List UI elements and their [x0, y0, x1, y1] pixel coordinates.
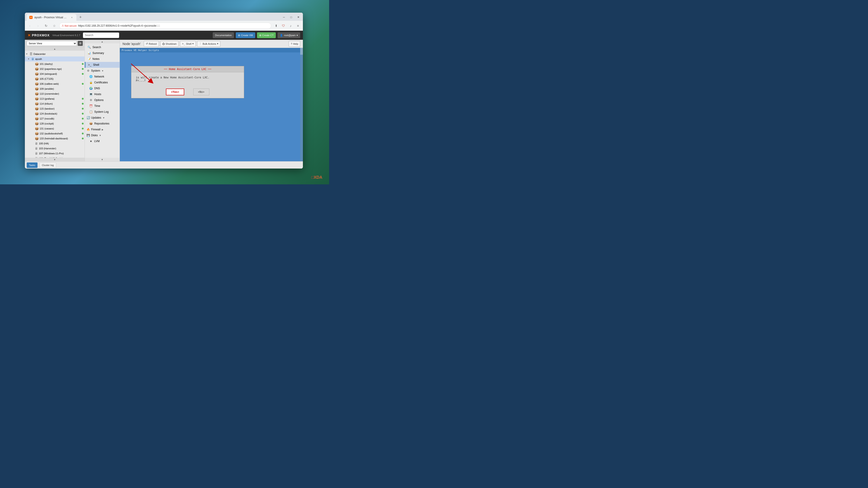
- middle-item-updates-label: Updates: [91, 116, 101, 119]
- bulk-actions-button[interactable]: ⋮ Bulk Actions ▾: [197, 41, 220, 47]
- tree-vm-132[interactable]: 📦 132 (audiobookshelf): [25, 131, 85, 136]
- repositories-icon: 📦: [89, 122, 92, 125]
- bulk-actions-arrow: ▾: [217, 42, 218, 45]
- middle-item-time-label: Time: [94, 104, 100, 107]
- shell-button[interactable]: >_ Shell ▾: [180, 41, 196, 47]
- maximize-button[interactable]: □: [288, 14, 294, 20]
- tree-datacenter[interactable]: ▼ 🗄 Datacenter: [25, 52, 85, 57]
- middle-item-notes[interactable]: 📝 Notes: [85, 56, 120, 62]
- menu-icon[interactable]: ≡: [295, 23, 301, 29]
- dialog-title: ── Home Assistant-Core LXC ──: [131, 66, 244, 72]
- middle-item-lvm[interactable]: ■ LVM: [85, 138, 120, 144]
- middle-item-repositories[interactable]: 📦 Repositories: [85, 121, 120, 127]
- tree-vm-103[interactable]: 🖥 103 (Harvester): [25, 146, 85, 151]
- pve-version: Virtual Environment 8.2.7: [53, 34, 80, 37]
- tree-vm-104[interactable]: 📦 104 (wireguard): [25, 71, 85, 76]
- tree-vm-106[interactable]: 📦 106 (calibre-web): [25, 81, 85, 86]
- shutdown-icon: ⏻: [162, 42, 165, 45]
- share-icon[interactable]: ⬆: [273, 23, 279, 29]
- close-button[interactable]: ✕: [296, 14, 301, 20]
- shutdown-button[interactable]: ⏻ Shutdown: [160, 41, 179, 47]
- xda-watermark: □XDA: [311, 175, 322, 180]
- toolbar-right: ⬆ 🛡 ♪ ≡: [273, 23, 301, 29]
- tree-vm-101[interactable]: 📦 101 (dashy): [25, 61, 85, 66]
- tree-vm-107[interactable]: 🖥 107 (Windows-11-Pro): [25, 151, 85, 156]
- tree-vm-128[interactable]: 📦 128 (cockpit): [25, 121, 85, 126]
- gear-button[interactable]: ⚙: [78, 41, 83, 46]
- middle-item-time[interactable]: ⏰ Time: [85, 103, 120, 109]
- tree-scroll[interactable]: ▼ 🗄 Datacenter ▼ 🖥 ayush 📦 101 (da: [25, 51, 85, 158]
- tree-vm-127[interactable]: 📦 127 (nocodb): [25, 116, 85, 121]
- tree-vm-109[interactable]: 📦 109 (ansible): [25, 86, 85, 91]
- tab-tasks[interactable]: Tasks: [27, 162, 37, 168]
- tree-vm-133[interactable]: 📦 133 (heimdall-dashboard): [25, 136, 85, 141]
- tree-node-ayush[interactable]: ▼ 🖥 ayush: [25, 57, 85, 61]
- create-vm-button[interactable]: ⊞ Create VM: [236, 32, 255, 38]
- middle-item-firewall[interactable]: 🔥 Firewall ▶: [85, 127, 120, 132]
- tree-vm-105[interactable]: 📦 105 (CT105): [25, 76, 85, 81]
- tab-bar: X ayush - Proxmox Virtual Enviro... × + …: [25, 13, 303, 21]
- new-tab-button[interactable]: +: [77, 14, 84, 20]
- minimize-button[interactable]: ─: [281, 14, 287, 20]
- console-area[interactable]: Proxmox VE Helper Scripts ── Home Assist…: [120, 48, 303, 161]
- tree-vm-131[interactable]: 📦 131 (casaos): [25, 126, 85, 131]
- music-icon[interactable]: ♪: [287, 23, 294, 29]
- middle-item-certificates[interactable]: 🔒 Certificates: [85, 79, 120, 86]
- tree-vm-108[interactable]: 🖥 108 (TrueNAS-Scale): [25, 156, 85, 158]
- tree-vm-110[interactable]: 📦 110 (zoneminder): [25, 91, 85, 96]
- middle-item-hosts[interactable]: 💻 Hosts: [85, 91, 120, 97]
- header-buttons: Documentation ⊞ Create VM ⊞ Create CT 👤 …: [213, 32, 300, 38]
- pve-sidebar: Server View ⚙ ▲ ▼ 🗄 Datacenter: [25, 40, 85, 161]
- middle-item-shell[interactable]: >_ Shell: [85, 62, 120, 68]
- middle-item-system-label: System: [91, 69, 100, 72]
- middle-item-summary[interactable]: 📊 Summary: [85, 50, 120, 56]
- lvm-icon: ■: [89, 140, 92, 143]
- middle-scroll-up[interactable]: ▲: [85, 40, 120, 43]
- middle-item-syslog[interactable]: 📋 System Log: [85, 109, 120, 115]
- back-button: ‹: [27, 23, 33, 29]
- tree-vm-124[interactable]: 📦 124 (bookstack): [25, 111, 85, 116]
- url-bar[interactable]: ⚠ Not secure https://192.168.29.227:8006…: [59, 23, 271, 29]
- middle-item-options[interactable]: ⚙ Options: [85, 97, 120, 103]
- scroll-down[interactable]: ▼: [25, 158, 85, 161]
- reboot-icon: ↺: [146, 42, 148, 45]
- tree-vm-102[interactable]: 📦 102 (paperless-ngx): [25, 66, 85, 71]
- documentation-button[interactable]: Documentation: [213, 32, 234, 38]
- middle-item-network[interactable]: 🌐 Network: [85, 74, 120, 79]
- middle-item-disks[interactable]: 💾 Disks ▼: [85, 132, 120, 138]
- middle-item-network-label: Network: [94, 75, 104, 78]
- reload-button[interactable]: ↻: [43, 23, 49, 29]
- view-dropdown[interactable]: Server View: [27, 41, 77, 46]
- dialog-no-button[interactable]: <No>: [193, 89, 209, 95]
- dialog-yes-button[interactable]: <Yes>: [166, 89, 184, 95]
- create-ct-button[interactable]: ⊞ Create CT: [257, 32, 276, 38]
- tab-favicon: X: [29, 16, 33, 19]
- help-button[interactable]: ? Help: [289, 41, 300, 47]
- console-content: ── Home Assistant-Core LXC ── is will cr…: [120, 53, 303, 161]
- tab-close-button[interactable]: ×: [70, 15, 74, 19]
- tree-vm-114[interactable]: 📦 114 (trilium): [25, 101, 85, 106]
- tab-cluster-log[interactable]: Cluster log: [39, 162, 56, 168]
- tree-vm-115[interactable]: 📦 115 (tandoor): [25, 106, 85, 111]
- reboot-button[interactable]: ↺ Reboot: [144, 41, 159, 47]
- bookmark-button[interactable]: ☆: [51, 23, 57, 29]
- middle-item-firewall-label: Firewall: [91, 128, 100, 131]
- middle-item-disks-label: Disks: [91, 134, 98, 137]
- middle-item-dns[interactable]: 🌍 DNS: [85, 86, 120, 91]
- middle-item-search[interactable]: 🔍 Search: [85, 44, 120, 50]
- browser-tab[interactable]: X ayush - Proxmox Virtual Enviro... ×: [27, 14, 76, 21]
- not-secure-indicator: ⚠ Not secure: [62, 24, 76, 27]
- middle-scroll-down[interactable]: ▼: [85, 158, 120, 161]
- tree-vm-100[interactable]: 🖥 100 (HA): [25, 141, 85, 146]
- disks-expand-icon: ▼: [99, 134, 101, 137]
- middle-item-system[interactable]: ⚙ System ▼: [85, 68, 120, 74]
- console-scrollbar[interactable]: [300, 48, 303, 161]
- middle-item-summary-label: Summary: [92, 52, 104, 55]
- shield-icon[interactable]: 🛡: [280, 23, 287, 29]
- scroll-up[interactable]: ▲: [25, 47, 85, 51]
- console-title: Proxmox VE Helper Scripts: [122, 49, 159, 52]
- middle-item-updates[interactable]: 🔄 Updates ▼: [85, 115, 120, 121]
- user-button[interactable]: 👤 root@pam ▾: [278, 32, 300, 38]
- search-input[interactable]: [83, 33, 119, 38]
- tree-vm-113[interactable]: 📦 113 (grafana): [25, 96, 85, 101]
